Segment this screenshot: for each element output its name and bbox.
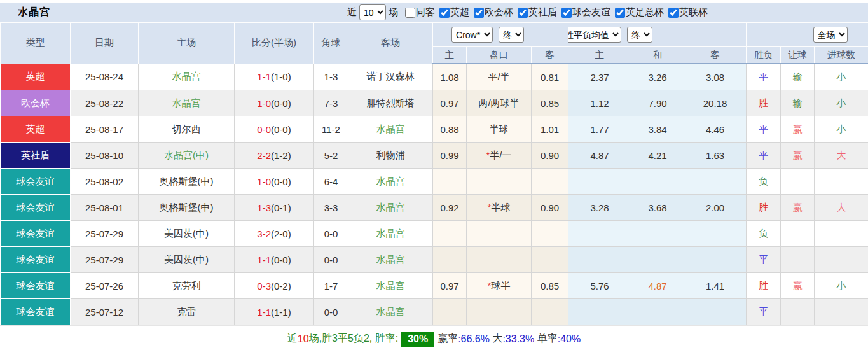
odds-away: 0.81 <box>532 64 568 90</box>
avg-home: 1.77 <box>568 116 631 143</box>
league-filter-option[interactable]: 欧会杯 <box>469 6 513 18</box>
handicap: 两/两球半 <box>467 90 532 116</box>
recent-label: 近 <box>347 6 357 18</box>
result: 平 <box>747 247 781 273</box>
handicap: 半球 <box>467 116 532 143</box>
league-label: 英超 <box>450 6 469 18</box>
same-opponent-option[interactable]: 同客 <box>401 6 435 18</box>
result: 负 <box>747 169 781 195</box>
league-filter-option[interactable]: 英足总杯 <box>610 6 664 18</box>
home-team: 水晶宫 <box>139 64 235 90</box>
match-date: 25-08-24 <box>71 64 139 90</box>
col-header-handicap: 盘口 <box>467 47 532 64</box>
result: 平 <box>747 64 781 90</box>
corner-score: 1-3 <box>314 64 348 90</box>
avg-draw <box>631 299 684 325</box>
match-type-badge: 球会友谊 <box>1 299 71 325</box>
home-team: 切尔西 <box>139 116 235 143</box>
result: 平 <box>747 143 781 169</box>
league-filter-option[interactable]: 英超 <box>435 6 469 18</box>
handicap-result <box>781 169 815 195</box>
table-row: 英超25-08-24水晶宫1-1(1-0)1-3诺丁汉森林1.08平/半0.81… <box>1 64 868 90</box>
score: 1-0(0-0) <box>235 169 314 195</box>
avg-away: 2.00 <box>684 195 747 221</box>
league-label: 欧会杯 <box>485 6 513 18</box>
odds-away: 0.85 <box>532 90 568 116</box>
score: 0-0(0-0) <box>235 116 314 143</box>
corner-score: 0-0 <box>314 247 348 273</box>
avg-draw: 4.87 <box>631 273 684 299</box>
league-label: 球会友谊 <box>572 6 610 18</box>
table-row: 球会友谊25-08-01奥格斯堡(中)1-3(0-1)3-3水晶宫0.92*半球… <box>1 195 868 221</box>
match-type-badge: 英社盾 <box>1 143 71 169</box>
filter-controls: 近 10 场 同客 英超欧会杯英社盾球会友谊英足总杯英联杯 <box>345 4 708 20</box>
away-team: 水晶宫 <box>348 195 433 221</box>
odds-time-select[interactable]: 终 <box>499 27 524 43</box>
odds-away <box>532 221 568 247</box>
odds-home <box>433 221 467 247</box>
handicap-result: 赢 <box>781 116 815 143</box>
odds-away <box>532 169 568 195</box>
handicap <box>467 221 532 247</box>
league-checkbox[interactable] <box>439 8 450 18</box>
score: 3-2(2-0) <box>235 221 314 247</box>
corner-score: 5-2 <box>314 143 348 169</box>
col-header-goals: 进球数 <box>815 47 868 64</box>
summary-segment: 单率 <box>534 332 557 346</box>
result: 负 <box>747 221 781 247</box>
league-checkbox[interactable] <box>615 8 625 18</box>
avg-time-select[interactable]: 终 <box>627 27 652 43</box>
goals-result <box>815 247 868 273</box>
match-date: 25-07-29 <box>71 221 139 247</box>
avg-home <box>568 169 631 195</box>
match-type-badge: 英超 <box>1 64 71 90</box>
odds-home: 0.99 <box>433 143 467 169</box>
league-filter-option[interactable]: 英联杯 <box>664 6 708 18</box>
away-team: 水晶宫 <box>348 273 433 299</box>
league-filter-option[interactable]: 球会友谊 <box>557 6 610 18</box>
avg-home: 2.37 <box>568 64 631 90</box>
scope-select[interactable]: 全场 <box>813 27 848 43</box>
league-checkbox[interactable] <box>668 8 679 18</box>
avg-draw: 3.26 <box>631 64 684 90</box>
handicap-result <box>781 299 815 325</box>
league-checkbox[interactable] <box>518 8 528 18</box>
summary-footer: 近10场,胜3平5负2, 胜率:30%赢率:66.6% 大:33.3% 单率:4… <box>0 325 868 350</box>
summary-segment: 近 <box>287 332 298 346</box>
score: 1-3(0-1) <box>235 195 314 221</box>
result: 胜 <box>747 195 781 221</box>
away-team: 腓特烈斯塔 <box>348 90 433 116</box>
corner-score: 1-7 <box>314 273 348 299</box>
score: 1-1(0-0) <box>235 247 314 273</box>
home-team: 水晶宫(中) <box>139 143 235 169</box>
avg-home <box>568 299 631 325</box>
avg-home: 3.28 <box>568 195 631 221</box>
same-opponent-checkbox[interactable] <box>405 8 415 18</box>
win-rate-badge: 30% <box>401 332 434 347</box>
league-filter-option[interactable]: 英社盾 <box>513 6 557 18</box>
table-row: 球会友谊25-07-29美因茨(中)3-2(2-0)0-0水晶宫负 <box>1 221 868 247</box>
col-header-away: 客场 <box>348 23 433 64</box>
match-type-badge: 英超 <box>1 116 71 143</box>
goals-result: 大 <box>815 195 868 221</box>
avg-type-select[interactable]: 胜平负均值 <box>568 27 622 43</box>
league-checkbox[interactable] <box>561 8 572 18</box>
away-team: 诺丁汉森林 <box>348 64 433 90</box>
handicap-result: 输 <box>781 64 815 90</box>
match-date: 25-07-12 <box>71 299 139 325</box>
summary-segment: 场,胜3平5负2, 胜率: <box>309 332 398 346</box>
bookmaker-select[interactable]: Crow* <box>451 27 493 43</box>
handicap-result: 赢 <box>781 143 815 169</box>
league-checkbox[interactable] <box>474 8 484 18</box>
goals-result: 小 <box>815 64 868 90</box>
summary-segment: :40% <box>558 333 581 345</box>
filter-bar: 水晶宫 近 10 场 同客 英超欧会杯英社盾球会友谊英足总杯英联杯 <box>0 3 868 22</box>
away-team: 利物浦 <box>348 143 433 169</box>
recent-count-select[interactable]: 10 <box>359 4 386 20</box>
match-type-badge: 欧会杯 <box>1 90 71 116</box>
avg-away: 1.63 <box>684 143 747 169</box>
avg-draw: 7.90 <box>631 90 684 116</box>
odds-home: 0.97 <box>433 90 467 116</box>
match-date: 25-08-10 <box>71 143 139 169</box>
away-team: 水晶宫 <box>348 116 433 143</box>
